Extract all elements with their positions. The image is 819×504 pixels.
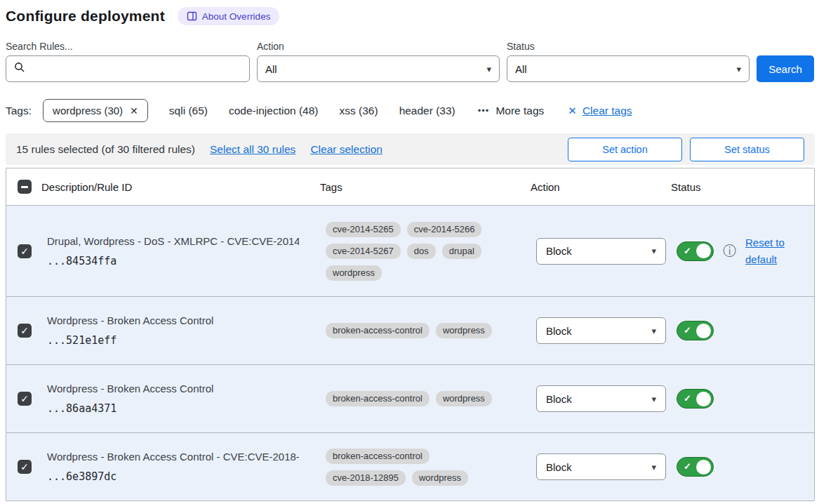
rule-description: Wordpress - Broken Access Control - CVE:…	[47, 451, 299, 463]
check-icon: ✓	[684, 325, 691, 336]
tag-pill: wordpress	[436, 323, 492, 338]
tag-link-code-injection[interactable]: code-injection (48)	[229, 105, 319, 117]
select-all-link[interactable]: Select all 30 rules	[210, 143, 295, 156]
info-icon[interactable]: ⓘ	[723, 244, 736, 258]
rule-tags-cell: broken-access-control wordpress	[320, 383, 531, 415]
rule-tags-cell: broken-access-control wordpress	[320, 314, 531, 347]
check-icon: ✓	[20, 246, 29, 256]
header-checkbox-cell	[6, 180, 41, 194]
table-header-row: Description/Rule ID Tags Action Status	[6, 168, 814, 205]
rule-tags-cell: cve-2014-5265 cve-2014-5266 cve-2014-526…	[320, 213, 531, 289]
selected-tag-label: wordpress (30)	[53, 105, 123, 117]
close-icon[interactable]: ✕	[130, 105, 138, 117]
rule-tags-cell: broken-access-control cve-2018-12895 wor…	[320, 440, 531, 494]
indeterminate-dash-icon	[21, 186, 28, 188]
clear-selection-link[interactable]: Clear selection	[310, 143, 382, 156]
reset-to-default-link[interactable]: Reset to default	[745, 234, 796, 267]
set-action-button[interactable]: Set action	[568, 138, 682, 161]
tag-pill: wordpress	[436, 391, 492, 406]
action-select[interactable]: Block ▾	[536, 317, 666, 344]
rule-id: ...6e3897dc	[47, 470, 299, 483]
action-select[interactable]: Block ▾	[536, 385, 666, 412]
clear-tags-button[interactable]: ✕ Clear tags	[568, 105, 632, 117]
row-checkbox-checked[interactable]: ✓	[18, 392, 32, 406]
select-all-checkbox-indeterminate[interactable]	[18, 180, 32, 194]
search-field: Search Rules...	[6, 41, 250, 82]
action-filter-value: All	[265, 63, 277, 75]
rule-description: Wordpress - Broken Access Control	[47, 383, 299, 394]
check-icon: ✓	[684, 246, 691, 256]
row-checkbox-checked[interactable]: ✓	[18, 460, 32, 474]
action-select-value: Block	[546, 393, 572, 405]
search-icon	[14, 62, 25, 76]
rules-table: Description/Rule ID Tags Action Status ✓…	[6, 168, 815, 501]
check-icon: ✓	[20, 326, 29, 336]
table-row: ✓ Wordpress - Broken Access Control ...8…	[6, 364, 814, 432]
selected-tag-wordpress[interactable]: wordpress (30) ✕	[43, 99, 148, 122]
column-header-tags: Tags	[320, 181, 531, 193]
status-toggle-on[interactable]: ✓	[677, 389, 714, 409]
status-filter-select[interactable]: All ▾	[507, 55, 750, 82]
action-filter-field: Action All ▾	[257, 41, 500, 82]
tags-bar: Tags: wordpress (30) ✕ sqli (65) code-in…	[6, 99, 815, 122]
rule-description-cell: Wordpress - Broken Access Control - CVE:…	[41, 441, 320, 493]
action-filter-label: Action	[257, 41, 500, 52]
about-overrides-label: About Overrides	[202, 11, 271, 22]
more-tags-label: More tags	[495, 105, 544, 117]
column-header-description: Description/Rule ID	[41, 181, 320, 193]
configure-deployment-page: Configure deployment About Overrides Sea…	[0, 0, 819, 501]
check-icon: ✓	[20, 394, 29, 404]
tag-pill: cve-2014-5266	[407, 222, 482, 237]
table-row: ✓ Wordpress - Broken Access Control - CV…	[6, 432, 814, 500]
check-icon: ✓	[684, 393, 691, 404]
check-icon: ✓	[684, 461, 691, 472]
tag-pill: drupal	[442, 244, 481, 259]
rule-description-cell: Wordpress - Broken Access Control ...86a…	[41, 373, 320, 425]
rule-description: Wordpress - Broken Access Control	[47, 314, 299, 326]
selection-bar: 15 rules selected (of 30 filtered rules)…	[6, 133, 815, 165]
close-icon: ✕	[568, 105, 577, 117]
chevron-down-icon: ▾	[651, 462, 656, 472]
tag-pill: broken-access-control	[326, 391, 430, 406]
search-button[interactable]: Search	[757, 55, 814, 82]
tag-link-xss[interactable]: xss (36)	[340, 105, 378, 117]
page-title: Configure deployment	[6, 8, 165, 25]
set-status-button[interactable]: Set status	[690, 138, 804, 161]
toggle-knob	[696, 460, 711, 475]
toggle-knob	[696, 392, 711, 406]
more-tags-button[interactable]: ••• More tags	[478, 105, 545, 117]
status-toggle-on[interactable]: ✓	[677, 457, 714, 477]
tag-pill: broken-access-control	[326, 323, 430, 338]
rule-id: ...86aa4371	[47, 402, 299, 415]
tag-pill: wordpress	[412, 470, 468, 486]
toggle-knob	[696, 244, 711, 258]
tag-pill: cve-2014-5265	[326, 222, 401, 237]
action-filter-select[interactable]: All ▾	[257, 55, 500, 82]
tags-label: Tags:	[6, 105, 32, 117]
tag-link-sqli[interactable]: sqli (65)	[169, 105, 208, 117]
rule-id: ...84534ffa	[47, 255, 299, 267]
rule-id: ...521e1eff	[47, 334, 299, 347]
action-select[interactable]: Block ▾	[536, 238, 666, 265]
row-checkbox-checked[interactable]: ✓	[18, 324, 32, 338]
tag-link-header[interactable]: header (33)	[399, 105, 455, 117]
table-row: ✓ Wordpress - Broken Access Control ...5…	[6, 296, 814, 364]
chevron-down-icon: ▾	[486, 64, 491, 74]
chevron-down-icon: ▾	[651, 246, 656, 256]
check-icon: ✓	[20, 462, 29, 472]
page-header: Configure deployment About Overrides	[6, 7, 815, 25]
about-overrides-badge[interactable]: About Overrides	[178, 7, 280, 25]
action-select-value: Block	[546, 325, 572, 337]
chevron-down-icon: ▾	[736, 64, 741, 74]
clear-tags-label: Clear tags	[582, 105, 632, 117]
search-input[interactable]	[31, 63, 241, 75]
table-row: ✓ Drupal, Wordpress - DoS - XMLRPC - CVE…	[6, 205, 814, 296]
rule-description-cell: Drupal, Wordpress - DoS - XMLRPC - CVE:C…	[41, 225, 320, 277]
status-toggle-on[interactable]: ✓	[677, 241, 714, 261]
action-select[interactable]: Block ▾	[536, 453, 666, 480]
tag-pill: broken-access-control	[326, 449, 430, 464]
status-filter-field: Status All ▾	[507, 41, 750, 82]
chevron-down-icon: ▾	[651, 394, 656, 404]
row-checkbox-checked[interactable]: ✓	[18, 244, 32, 258]
status-toggle-on[interactable]: ✓	[677, 321, 714, 340]
